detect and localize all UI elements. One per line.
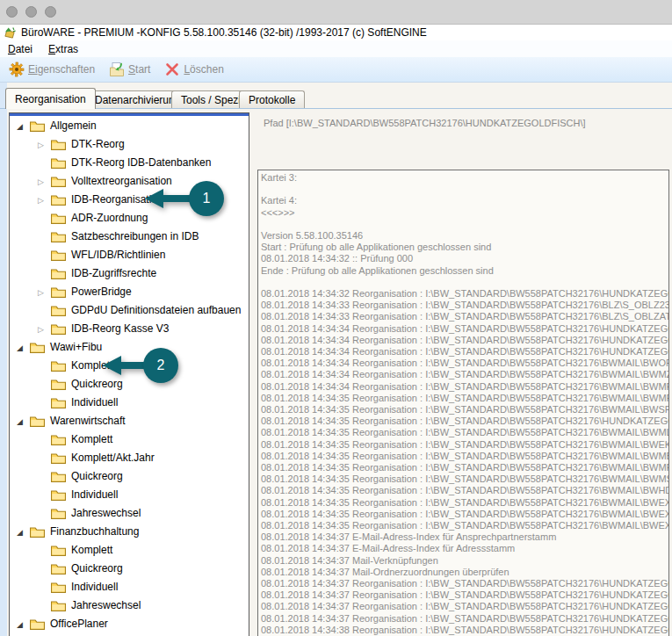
log-line: 08.01.2018 14:34:35 Reorganisation : I:\… [261,520,668,531]
menu-extras[interactable]: Extras [40,40,86,57]
log-line: 08.01.2018 14:34:35 Reorganisation : I:\… [261,404,668,416]
tree-item[interactable]: Allgemein [10,116,249,134]
log-line: Kartei 4: [261,195,668,206]
folder-icon [51,359,66,372]
menu-datei[interactable]: Datei [0,40,40,57]
tree-item[interactable]: Warenwirtschaft [10,411,249,430]
log-line: 08.01.2018 14:34:35 Reorganisation : I:\… [261,485,668,496]
delete-button[interactable]: Löschen [164,61,223,77]
log-line: 08.01.2018 14:34:34 Reorganisation : I:\… [261,358,668,369]
tree-item-label: Quickreorg [71,378,123,390]
tree-item[interactable]: Individuell [10,393,249,411]
tree-item-label: GDPdU Definitionsdateien aufbauen [71,304,241,316]
log-line [261,184,668,195]
tree-item[interactable]: Quickreorg [10,374,249,393]
expander-icon[interactable] [38,193,51,206]
tree-item[interactable]: Komplett [10,540,249,559]
tree-item-label: IDB-Reorg Kasse V3 [71,322,169,335]
expander-icon[interactable] [17,525,30,538]
tree-item[interactable]: IDB-Reorg Kasse V3 [10,319,249,337]
app-icon [4,26,17,40]
folder-icon [30,341,45,353]
tree-item[interactable]: WFL/IDB/Richtlinien [10,245,249,264]
tree-item-label: PowerBridge [71,285,132,298]
log-line: 08.01.2018 14:34:38 Reorganisation : I:\… [261,625,668,636]
log-line: 08.01.2018 14:34:32 Reorganisation : I:\… [261,288,668,300]
expander-icon[interactable] [38,138,51,150]
toolbar: Eigenschaften Start Löschen [0,57,672,83]
tab-reorganisation[interactable]: Reorganisation [5,88,96,109]
folder-icon [51,285,66,298]
tree-item[interactable]: Quickreorg [10,466,249,485]
log-line: 08.01.2018 14:34:35 Reorganisation : I:\… [261,509,668,520]
log-line [261,277,668,288]
tree-item-label: Jahreswechsel [71,599,141,611]
folder-icon [51,599,66,611]
tree-item[interactable]: Satzbeschreibungen in IDB [10,227,249,245]
folder-icon [51,267,66,279]
window-control-icon[interactable] [45,6,56,18]
tab-protokolle[interactable]: Protokolle [239,90,305,108]
tree-item[interactable]: Individuell [10,577,249,596]
log-line: Kartei 3: [261,172,668,184]
log-line: <<<>>> [261,207,668,219]
protocol-log[interactable]: Kartei 3: Kartei 4: <<<>>> Version 5.58.… [257,170,669,636]
tree-item[interactable]: IDB-Zugriffsrechte [10,264,249,282]
tree-item[interactable]: GDPdU Definitionsdateien aufbauen [10,300,249,319]
tree-item-label: OfficePlaner [50,618,108,630]
tree-item[interactable]: Komplett/Akt.Jahr [10,448,249,466]
log-line: 08.01.2018 14:34:37 Mail-Ordnerzuordnung… [261,567,668,578]
tree-item[interactable]: PowerBridge [10,282,249,300]
folder-icon [51,249,66,261]
folder-icon [51,193,66,206]
tree-item[interactable]: DTK-Reorg IDB-Datenbanken [10,153,249,171]
start-icon [109,61,125,77]
expander-icon[interactable] [17,618,30,630]
expander-icon[interactable] [17,415,30,427]
tree-item[interactable]: Jahreswechsel [10,503,249,522]
tree-item-label: Allgemein [50,119,97,132]
tree-item[interactable]: Finanzbuchhaltung [10,522,249,540]
tree-item-label: Volltextreorganisation [71,175,172,187]
expander-icon[interactable] [17,119,30,132]
folder-icon [51,562,66,575]
log-line: Version 5.58.100.35146 [261,230,668,242]
log-line: 08.01.2018 14:34:34 Reorganisation : I:\… [261,323,668,335]
window-title: BüroWARE - PREMIUM -KONFIG 5.58.100.3514… [21,26,427,39]
start-button[interactable]: Start [109,61,150,77]
tree-item[interactable]: Jahreswechsel [10,596,249,614]
folder-icon [30,119,45,132]
log-line: 08.01.2018 14:34:35 Reorganisation : I:\… [261,462,668,473]
tree-item-label: Individuell [71,581,118,593]
log-line: 08.01.2018 14:34:35 Reorganisation : I:\… [261,439,668,451]
expander-icon[interactable] [38,285,51,298]
log-line: 08.01.2018 14:34:37 Reorganisation : I:\… [261,578,668,589]
window-control-icon[interactable] [6,6,18,18]
window-control-icon[interactable] [25,6,37,18]
tree-item-label: ADR-Zuordnung [71,212,148,224]
expander-icon[interactable] [38,175,51,187]
log-line: 08.01.2018 14:34:37 Mail-Verknüpfungen [261,555,668,567]
expander-icon[interactable] [38,322,51,335]
tree-item-label: Individuell [71,396,118,408]
log-line: 08.01.2018 14:34:34 Reorganisation : I:\… [261,381,668,393]
tree-item[interactable]: Quickreorg [10,559,249,577]
folder-icon [51,433,66,445]
tree-item[interactable]: Individuell [10,485,249,503]
folder-icon [51,156,66,169]
tree-item[interactable]: OfficePlaner [10,614,249,632]
tree-item-label: Jahreswechsel [71,507,141,519]
folder-icon [51,378,66,390]
folder-icon [51,322,66,335]
tree-item-label: Komplett [71,544,112,556]
properties-button[interactable]: Eigenschaften [9,61,95,77]
title-bar: BüroWARE - PREMIUM -KONFIG 5.58.100.3514… [0,25,672,40]
tree-item[interactable]: Komplett [10,430,249,448]
log-line: 08.01.2018 14:34:37 E-Mail-Adress-Index … [261,543,668,554]
tab-strip-baseline [0,108,672,109]
tree-item[interactable]: DTK-Reorg [10,134,249,153]
tree-item[interactable]: Wawi+Fibu [10,337,249,356]
expander-icon[interactable] [17,341,30,353]
log-line: 08.01.2018 14:34:35 Reorganisation : I:\… [261,393,668,404]
folder-icon [30,415,45,427]
